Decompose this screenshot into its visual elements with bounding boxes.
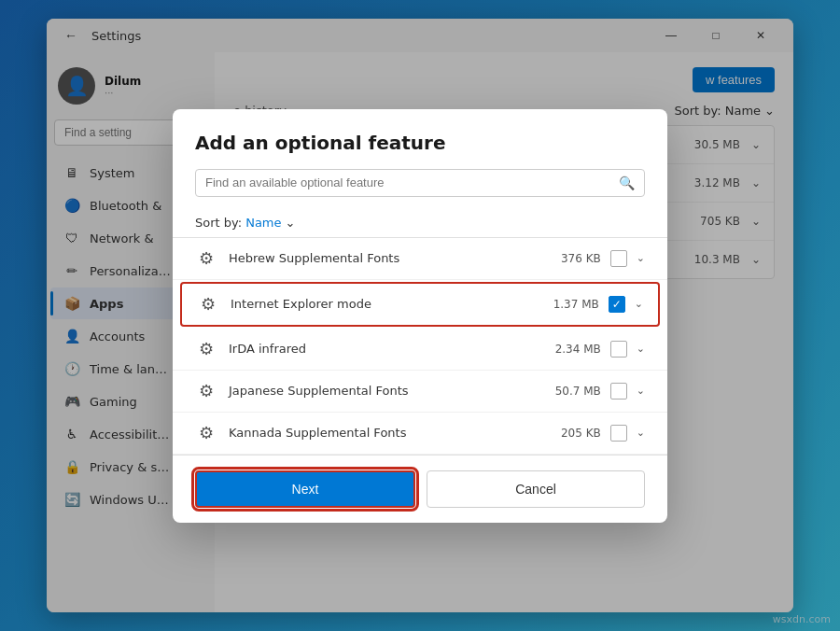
dialog-chevron-irda: ⌄ (637, 343, 645, 355)
dialog-feature-list: ⚙ Hebrew Supplemental Fonts 376 KB ⌄ ⚙ I… (173, 238, 667, 455)
dialog-gear-icon-kannada: ⚙ (195, 422, 217, 444)
cancel-button[interactable]: Cancel (427, 470, 645, 508)
dialog-item-irda[interactable]: ⚙ IrDA infrared 2.34 MB ⌄ (173, 329, 667, 371)
dialog-chevron-ie: ⌄ (635, 298, 643, 310)
dialog-sort-value: Name (245, 216, 281, 230)
dialog-checkbox-japanese[interactable] (610, 383, 627, 400)
dialog-checkbox-hebrew[interactable] (610, 250, 627, 267)
dialog-item-size-japanese: 50.7 MB (555, 385, 601, 398)
dialog-item-name-irda: IrDA infrared (229, 342, 555, 356)
dialog-title: Add an optional feature (195, 132, 645, 154)
dialog-item-size-irda: 2.34 MB (555, 343, 601, 356)
dialog-chevron-hebrew: ⌄ (637, 252, 645, 264)
dialog-item-size-hebrew: 376 KB (561, 252, 601, 265)
dialog-checkbox-kannada[interactable] (610, 425, 627, 442)
dialog-chevron-kannada: ⌄ (637, 427, 645, 439)
dialog-item-name-japanese: Japanese Supplemental Fonts (229, 384, 555, 398)
dialog-sort-chevron-icon[interactable]: ⌄ (286, 216, 296, 230)
dialog-item-size-kannada: 205 KB (561, 427, 601, 440)
dialog-gear-icon-hebrew: ⚙ (195, 247, 217, 270)
dialog-item-kannada[interactable]: ⚙ Kannada Supplemental Fonts 205 KB ⌄ (173, 413, 667, 455)
dialog-sort-label: Sort by: (195, 216, 242, 230)
dialog-item-japanese[interactable]: ⚙ Japanese Supplemental Fonts 50.7 MB ⌄ (173, 371, 667, 413)
dialog-search-container: 🔍 (195, 169, 645, 197)
dialog-item-ie-mode[interactable]: ⚙ Internet Explorer mode 1.37 MB ⌄ (180, 282, 660, 327)
dialog-footer: Next Cancel (173, 455, 667, 523)
dialog-sort-bar: Sort by: Name ⌄ (173, 208, 667, 238)
dialog-gear-icon-ie: ⚙ (197, 293, 219, 316)
dialog: Add an optional feature 🔍 Sort by: Name … (173, 109, 667, 523)
dialog-chevron-japanese: ⌄ (637, 385, 645, 397)
dialog-search-icon: 🔍 (619, 175, 635, 190)
dialog-gear-icon-irda: ⚙ (195, 338, 217, 360)
dialog-item-name-kannada: Kannada Supplemental Fonts (229, 426, 561, 440)
dialog-item-size-ie: 1.37 MB (553, 298, 599, 311)
dialog-overlay: Add an optional feature 🔍 Sort by: Name … (0, 0, 840, 631)
dialog-item-name-hebrew: Hebrew Supplemental Fonts (229, 251, 561, 265)
dialog-search-input[interactable] (205, 175, 611, 189)
dialog-item-hebrew[interactable]: ⚙ Hebrew Supplemental Fonts 376 KB ⌄ (173, 238, 667, 280)
dialog-item-name-ie: Internet Explorer mode (231, 297, 553, 311)
dialog-checkbox-ie[interactable] (609, 296, 625, 313)
dialog-header: Add an optional feature 🔍 (173, 109, 667, 208)
dialog-gear-icon-japanese: ⚙ (195, 380, 217, 402)
next-button[interactable]: Next (195, 470, 415, 508)
dialog-checkbox-irda[interactable] (610, 341, 627, 358)
